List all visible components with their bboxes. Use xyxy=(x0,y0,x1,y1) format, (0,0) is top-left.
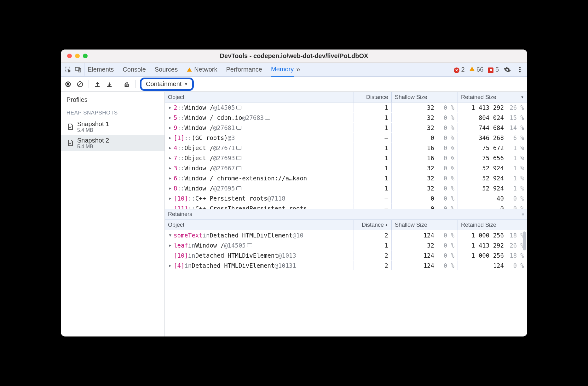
col-retained[interactable]: Retained Size ▼ xyxy=(458,92,527,102)
snapshot-file-icon xyxy=(66,123,74,131)
issue-counter[interactable]: ⚑ 5 xyxy=(488,66,499,73)
cell-distance: 1 xyxy=(354,123,392,132)
table-row[interactable]: [10] in Detached HTMLDivElement @1013212… xyxy=(165,250,527,260)
disclosure-icon[interactable]: ▶ xyxy=(168,105,172,110)
table-row[interactable]: ▶8 :: Window / @276951320 %52 9241 % xyxy=(165,183,527,193)
inspect-icon[interactable] xyxy=(64,66,72,74)
disclosure-icon[interactable]: ▶ xyxy=(168,126,172,130)
object-rows: ▶2 :: Window / @145051320 %1 413 29226 %… xyxy=(165,102,527,209)
disclosure-icon[interactable]: ▶ xyxy=(168,115,172,120)
table-row[interactable]: ▶2 :: Window / @145051320 %1 413 29226 % xyxy=(165,102,527,113)
frame-icon xyxy=(236,156,241,160)
cell-shallow: 1240 % xyxy=(392,250,458,260)
col-shallow[interactable]: Shallow Size xyxy=(392,92,458,102)
error-counter[interactable]: ✕ 2 xyxy=(454,66,465,73)
table-row[interactable]: ▶6 :: Window / chrome-extension://a…kaon… xyxy=(165,173,527,183)
frame-icon xyxy=(236,186,241,190)
record-button[interactable] xyxy=(64,80,72,88)
cell-retained: 1 413 29226 % xyxy=(458,102,527,112)
cell-shallow: 1240 % xyxy=(392,260,458,270)
cell-shallow: 320 % xyxy=(392,163,458,173)
col-object[interactable]: Object xyxy=(165,220,354,230)
drag-handle-icon[interactable]: ≡ xyxy=(522,212,525,217)
disclosure-icon[interactable]: ▶ xyxy=(168,263,172,268)
table-row[interactable]: ▶leaf in Window / @145051320 %1 413 2922… xyxy=(165,240,527,250)
tab-elements[interactable]: Elements xyxy=(88,63,114,76)
kebab-menu-button[interactable] xyxy=(516,66,524,74)
tab-memory[interactable]: Memory xyxy=(271,63,294,77)
settings-button[interactable] xyxy=(503,66,511,74)
minimize-window-button[interactable] xyxy=(75,54,80,58)
table-row[interactable]: ▶[4] in Detached HTMLDivElement @1013121… xyxy=(165,260,527,271)
cell-shallow: 320 % xyxy=(392,240,458,250)
cell-retained: 400 % xyxy=(458,193,527,203)
cell-shallow: 00 % xyxy=(392,203,458,209)
col-object[interactable]: Object xyxy=(165,92,354,102)
cell-distance: – xyxy=(354,203,392,209)
cell-distance: – xyxy=(354,193,392,203)
svg-point-3 xyxy=(519,67,521,68)
col-retained[interactable]: Retained Size xyxy=(458,220,527,230)
devtools-window: DevTools - codepen.io/web-dot-dev/live/P… xyxy=(61,50,527,336)
disclosure-icon[interactable]: ▶ xyxy=(168,186,172,190)
svg-line-9 xyxy=(78,82,82,86)
table-row[interactable]: ▶7 :: Object / @276931160 %75 6561 % xyxy=(165,153,527,163)
device-toggle-icon[interactable] xyxy=(74,66,82,74)
disclosure-icon[interactable]: ▶ xyxy=(168,146,172,150)
clear-button[interactable] xyxy=(76,80,84,88)
cell-shallow: 1240 % xyxy=(392,230,458,240)
col-distance[interactable]: Distance▲ xyxy=(354,220,392,230)
gc-button[interactable] xyxy=(123,80,131,88)
cell-retained: 1 413 29226 % xyxy=(458,240,527,250)
table-row[interactable]: ▶3 :: Window / @276671320 %52 9241 % xyxy=(165,163,527,173)
objects-header: Object Distance Shallow Size Retained Si… xyxy=(165,92,527,102)
warning-counter[interactable]: 66 xyxy=(469,66,484,73)
table-row[interactable]: ▶4 :: Object / @276711160 %75 6721 % xyxy=(165,143,527,153)
cell-distance: 1 xyxy=(354,163,392,173)
disclosure-icon[interactable]: ▶ xyxy=(168,166,172,170)
table-row[interactable]: ▼someText in Detached HTMLDivElement @10… xyxy=(165,230,527,240)
cell-retained: 804 02415 % xyxy=(458,113,527,122)
disclosure-icon[interactable]: ▶ xyxy=(168,156,172,160)
title-bar: DevTools - codepen.io/web-dot-dev/live/P… xyxy=(61,50,527,63)
tab-sources[interactable]: Sources xyxy=(155,63,178,76)
save-button[interactable] xyxy=(105,80,113,88)
col-shallow[interactable]: Shallow Size xyxy=(392,220,458,230)
retainers-header: Object Distance▲ Shallow Size Retained S… xyxy=(165,219,527,230)
table-row[interactable]: ▶[10] :: C++ Persistent roots @7118–00 %… xyxy=(165,193,527,203)
disclosure-icon[interactable]: ▶ xyxy=(168,176,172,180)
tab-performance[interactable]: Performance xyxy=(226,63,262,76)
disclosure-icon[interactable]: ▼ xyxy=(168,233,172,237)
table-row[interactable]: ▶9 :: Window / @276811320 %744 68414 % xyxy=(165,123,527,133)
snapshot-item[interactable]: Snapshot 25.4 MB xyxy=(61,135,164,151)
tab-network[interactable]: Network xyxy=(187,63,217,76)
status-counters: ✕ 2 66 ⚑ 5 xyxy=(454,63,524,76)
cell-distance: 2 xyxy=(354,230,392,240)
tab-console[interactable]: Console xyxy=(123,63,146,76)
snapshot-name: Snapshot 1 xyxy=(77,120,109,127)
table-row[interactable]: [11] :: C++ CrossThreadPersistent roots–… xyxy=(165,203,527,209)
snapshot-item[interactable]: Snapshot 15.4 MB xyxy=(61,119,164,135)
scrollbar-thumb[interactable] xyxy=(523,231,526,250)
load-button[interactable] xyxy=(93,80,101,88)
retainer-rows: ▼someText in Detached HTMLDivElement @10… xyxy=(165,230,527,336)
disclosure-icon[interactable]: ▶ xyxy=(168,196,172,201)
maximize-window-button[interactable] xyxy=(83,54,88,58)
frame-icon xyxy=(236,126,241,130)
snapshot-file-icon xyxy=(66,139,74,147)
cell-retained: 52 9241 % xyxy=(458,163,527,173)
cell-distance: 1 xyxy=(354,113,392,122)
col-distance[interactable]: Distance xyxy=(354,92,392,102)
cell-shallow: 320 % xyxy=(392,102,458,112)
cell-distance: 1 xyxy=(354,153,392,163)
perspective-select[interactable]: Containment ▼ xyxy=(140,78,194,91)
close-window-button[interactable] xyxy=(67,54,72,58)
disclosure-icon[interactable]: ▶ xyxy=(168,136,172,140)
more-tabs-button[interactable]: » xyxy=(294,63,303,76)
cell-shallow: 320 % xyxy=(392,123,458,132)
table-row[interactable]: ▶5 :: Window / cdpn.io @276831320 %804 0… xyxy=(165,113,527,123)
window-controls xyxy=(61,54,88,58)
disclosure-icon[interactable]: ▶ xyxy=(168,243,172,248)
table-row[interactable]: ▶[1] :: (GC roots) @3–00 %346 2686 % xyxy=(165,133,527,143)
cell-retained: 00 % xyxy=(458,203,527,209)
